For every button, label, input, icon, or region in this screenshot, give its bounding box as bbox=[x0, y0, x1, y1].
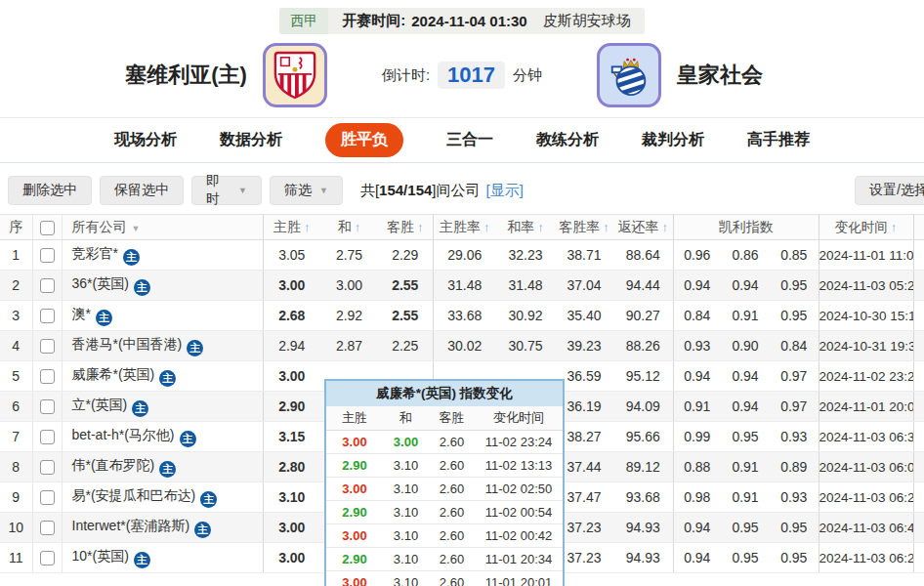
home-odds: 3.00 bbox=[263, 513, 320, 543]
main-company-badge-icon: 主 bbox=[134, 552, 150, 568]
home-odds: 2.80 bbox=[263, 452, 320, 482]
select-all-checkbox[interactable] bbox=[40, 221, 55, 235]
company-name[interactable]: 威廉希*(英国) bbox=[72, 366, 155, 382]
tab-expert-picks[interactable]: 高手推荐 bbox=[747, 130, 810, 150]
company-name[interactable]: 澳* bbox=[72, 306, 91, 321]
popup-title: 威廉希*(英国) 指数变化 bbox=[326, 381, 563, 406]
popup-row: 2.90 3.10 2.60 11-02 00:54 bbox=[326, 500, 563, 523]
company-name[interactable]: bet-at-h*(马尔他) bbox=[72, 427, 175, 442]
row-checkbox[interactable] bbox=[40, 430, 55, 444]
popup-col-draw: 和 bbox=[383, 406, 429, 430]
col-header-company[interactable]: 所有公司▼ bbox=[62, 215, 263, 240]
company-name[interactable]: Interwet*(塞浦路斯) bbox=[72, 518, 190, 533]
popup-row: 2.90 3.10 2.60 11-02 13:13 bbox=[326, 453, 563, 477]
tab-live-analysis[interactable]: 现场分析 bbox=[114, 130, 177, 150]
odds-mode-dropdown[interactable]: 即时▼ bbox=[191, 176, 262, 205]
kelly-home: 0.94 bbox=[673, 361, 721, 392]
col-header-away-odds[interactable]: 客胜↑ bbox=[378, 215, 433, 240]
company-name[interactable]: 竞彩官* bbox=[72, 245, 118, 261]
row-checkbox[interactable] bbox=[40, 460, 55, 475]
countdown-unit: 分钟 bbox=[513, 66, 542, 85]
col-header-home-odds[interactable]: 主胜↑ bbox=[263, 215, 320, 240]
chevron-down-icon: ▼ bbox=[319, 186, 328, 195]
col-header-away-rate[interactable]: 客胜率↑ bbox=[555, 215, 613, 240]
company-name[interactable]: 香港马*(中国香港) bbox=[72, 336, 183, 352]
sort-asc-icon[interactable]: ↑ bbox=[417, 220, 424, 234]
sort-asc-icon[interactable]: ↑ bbox=[662, 220, 669, 234]
row-checkbox[interactable] bbox=[40, 551, 55, 565]
col-header-draw-odds[interactable]: 和↑ bbox=[320, 215, 378, 240]
home-odds: 3.10 bbox=[263, 482, 320, 513]
tab-three-in-one[interactable]: 三合一 bbox=[446, 130, 493, 150]
popup-row: 2.90 3.10 2.60 11-01 20:34 bbox=[326, 547, 563, 570]
home-rate: 29.06 bbox=[433, 240, 496, 271]
row-checkbox[interactable] bbox=[40, 278, 55, 293]
row-checkbox[interactable] bbox=[40, 339, 55, 354]
away-rate: 37.04 bbox=[555, 271, 613, 301]
countdown: 倒计时: 1017 分钟 bbox=[382, 62, 542, 89]
show-link[interactable]: [显示] bbox=[486, 182, 524, 198]
sort-asc-icon[interactable]: ↑ bbox=[603, 220, 609, 234]
company-name[interactable]: 立*(英国) bbox=[72, 397, 128, 412]
change-time: 11-02 13:13 bbox=[475, 453, 563, 477]
home-rate: 31.48 bbox=[433, 271, 496, 301]
kelly-draw: 0.95 bbox=[721, 513, 770, 543]
home-odds: 3.05 bbox=[263, 240, 320, 271]
company-name[interactable]: 10*(英国) bbox=[72, 548, 129, 564]
keep-selected-button[interactable]: 保留选中 bbox=[100, 176, 184, 205]
row-checkbox[interactable] bbox=[40, 521, 55, 535]
away-odds: 2.60 bbox=[429, 523, 475, 547]
sort-asc-icon[interactable]: ↑ bbox=[891, 220, 898, 234]
home-odds: 3.15 bbox=[263, 422, 320, 452]
kelly-away: 0.95 bbox=[770, 513, 819, 543]
popup-col-time: 变化时间 bbox=[475, 406, 563, 430]
away-odds: 2.60 bbox=[429, 430, 475, 453]
col-header-home-rate[interactable]: 主胜率↑ bbox=[433, 215, 496, 240]
kelly-away: 0.85 bbox=[770, 240, 819, 271]
table-toolbar: 删除选中 保留选中 即时▼ 筛选▼ 共[154/154]间公司[显示] 设置/选… bbox=[0, 163, 924, 214]
kickoff-label: 开赛时间: bbox=[342, 12, 405, 30]
away-odds: 2.29 bbox=[378, 240, 433, 271]
home-odds: 2.90 bbox=[326, 547, 383, 570]
row-checkbox[interactable] bbox=[40, 399, 55, 414]
company-name[interactable]: 伟*(直布罗陀) bbox=[72, 457, 155, 473]
col-header-payout-rate[interactable]: 返还率↑ bbox=[613, 215, 673, 240]
col-header-change-time[interactable]: 变化时间↑ bbox=[819, 215, 913, 240]
sort-asc-icon[interactable]: ↑ bbox=[304, 220, 311, 234]
popup-header-row: 主胜 和 客胜 变化时间 bbox=[326, 406, 563, 430]
payout-rate: 88.64 bbox=[613, 240, 673, 271]
tab-coach-analysis[interactable]: 教练分析 bbox=[536, 130, 599, 150]
away-rate: 35.40 bbox=[555, 301, 613, 331]
popup-table: 主胜 和 客胜 变化时间 3.00 3.00 2.60 11-02 23:24 … bbox=[326, 406, 563, 586]
kelly-draw: 0.86 bbox=[721, 240, 770, 271]
sort-asc-icon[interactable]: ↑ bbox=[537, 220, 544, 234]
sort-asc-icon[interactable]: ↑ bbox=[483, 220, 490, 234]
row-checkbox[interactable] bbox=[40, 369, 55, 384]
payout-rate: 94.93 bbox=[613, 513, 673, 543]
kelly-home: 0.91 bbox=[673, 392, 721, 422]
draw-odds: 3.00 bbox=[383, 430, 429, 453]
popup-row: 3.00 3.00 2.60 11-02 23:24 bbox=[326, 430, 563, 453]
countdown-label: 倒计时: bbox=[382, 66, 430, 85]
row-checkbox[interactable] bbox=[40, 309, 55, 323]
home-rate: 30.02 bbox=[433, 331, 496, 361]
company-name[interactable]: 易*(安提瓜和巴布达) bbox=[72, 487, 196, 503]
tab-data-analysis[interactable]: 数据分析 bbox=[220, 130, 282, 150]
settings-select-button[interactable]: 设置/选择 bbox=[855, 176, 924, 205]
payout-rate: 88.26 bbox=[613, 331, 673, 361]
change-time: 2024-11-03 05:29 bbox=[819, 271, 913, 301]
kelly-draw: 0.90 bbox=[721, 331, 770, 361]
tab-referee-analysis[interactable]: 裁判分析 bbox=[642, 130, 704, 150]
kelly-away: 0.89 bbox=[770, 452, 819, 482]
row-checkbox[interactable] bbox=[40, 490, 55, 505]
payout-rate: 94.93 bbox=[613, 543, 673, 573]
col-header-draw-rate[interactable]: 和率↑ bbox=[496, 215, 555, 240]
row-index: 6 bbox=[0, 392, 32, 422]
tab-win-draw-lose[interactable]: 胜平负 bbox=[325, 123, 403, 157]
main-company-badge-icon: 主 bbox=[159, 370, 176, 387]
filter-dropdown[interactable]: 筛选▼ bbox=[270, 176, 343, 205]
delete-selected-button[interactable]: 删除选中 bbox=[8, 176, 92, 205]
row-checkbox[interactable] bbox=[40, 248, 55, 263]
sort-asc-icon[interactable]: ↑ bbox=[355, 220, 361, 234]
company-name[interactable]: 36*(英国) bbox=[72, 275, 129, 291]
